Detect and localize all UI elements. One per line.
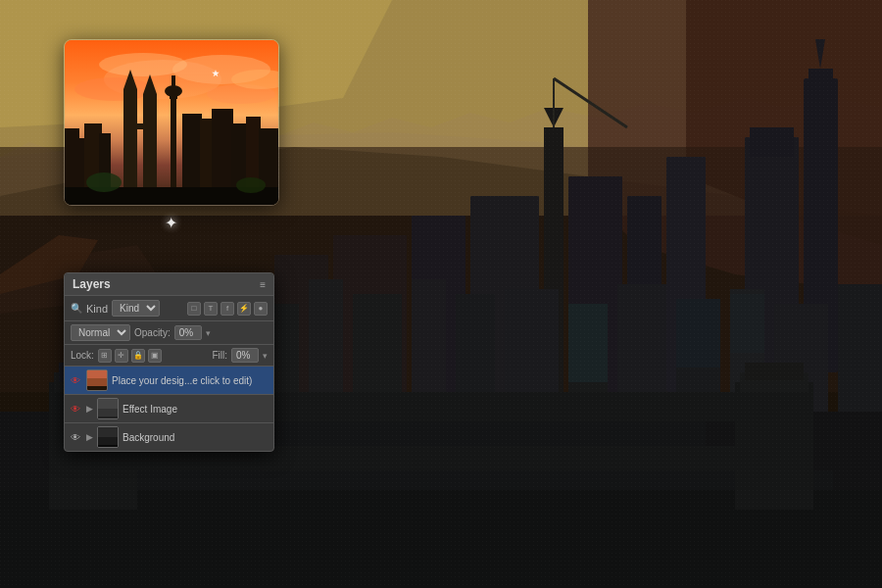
layers-filter-row: 🔍 Kind Kind □ T f ⚡ ● [65,296,273,321]
layer-thumbnail-design [86,369,108,391]
svg-rect-95 [98,416,119,419]
photo-thumbnail [64,39,279,206]
svg-rect-80 [172,75,175,93]
sparkle-icon: ✦ [165,214,177,232]
lock-icons-group: ⊞ ✛ 🔒 ▣ [98,349,162,363]
lock-fill-row: Lock: ⊞ ✛ 🔒 ▣ Fill: 0% ▾ [65,345,273,367]
filter-kind-label: Kind [86,303,108,315]
opacity-arrows: ▾ [206,328,211,338]
layer-row-design[interactable]: 👁 Place your desig...e click to edit) [65,367,273,394]
fill-value[interactable]: 0% [231,348,259,363]
layer-thumbnail-effect [97,398,119,419]
filter-fx-icon[interactable]: f [220,302,234,316]
layer-name-design: Place your desig...e click to edit) [112,375,270,386]
filter-smart-icon[interactable]: ⚡ [237,302,251,316]
fill-arrows: ▾ [263,351,268,361]
filter-pixel-icon[interactable]: □ [187,302,201,316]
layer-visibility-background[interactable]: 👁 [69,430,82,444]
filter-search-icon: 🔍 [71,303,82,314]
layer-thumbnail-background [97,426,119,448]
svg-rect-76 [131,123,149,129]
opacity-label: Opacity: [134,327,171,338]
layer-name-background: Background [122,432,270,443]
opacity-value[interactable]: 0% [174,325,202,340]
layer-row-background[interactable]: 👁 ▶ Background [65,423,273,451]
layer-visibility-design[interactable]: 👁 [69,373,82,387]
svg-point-88 [86,172,122,192]
filter-kind-dropdown[interactable]: Kind [112,300,160,317]
layers-panel-title: Layers [73,277,111,291]
layers-panel: Layers ≡ 🔍 Kind Kind □ T f ⚡ ● Normal Op… [64,272,274,452]
layers-panel-menu-icon[interactable]: ≡ [260,279,266,290]
layer-expand-effect[interactable]: ▶ [86,404,93,414]
svg-point-64 [74,77,153,101]
svg-rect-94 [98,409,119,416]
filter-text-icon[interactable]: T [204,302,218,316]
layer-row-effect[interactable]: 👁 ▶ Effect Image [65,395,273,422]
lock-move-icon[interactable]: ✛ [115,349,128,363]
svg-rect-97 [98,437,119,445]
svg-point-66 [99,53,187,76]
svg-point-89 [236,177,266,193]
filter-extra-icon[interactable]: ● [254,302,268,316]
lock-artboard-icon[interactable]: ▣ [148,349,162,363]
lock-checkerboard-icon[interactable]: ⊞ [98,349,112,363]
blend-opacity-row: Normal Opacity: 0% ▾ [65,321,273,345]
lock-lock-icon[interactable]: 🔒 [131,349,145,363]
layer-name-effect: Effect Image [122,404,270,415]
lock-label: Lock: [71,350,94,361]
filter-icons-group: □ T f ⚡ ● [187,302,268,316]
layer-visibility-effect[interactable]: 👁 [69,402,82,416]
svg-rect-98 [98,445,119,448]
layers-panel-header: Layers ≡ [65,273,273,296]
fill-label: Fill: [212,350,227,361]
blend-mode-dropdown[interactable]: Normal [71,324,130,341]
svg-rect-91 [87,378,108,386]
thumbnail-image [65,40,278,205]
layer-expand-background[interactable]: ▶ [86,432,93,442]
svg-rect-92 [87,386,108,391]
